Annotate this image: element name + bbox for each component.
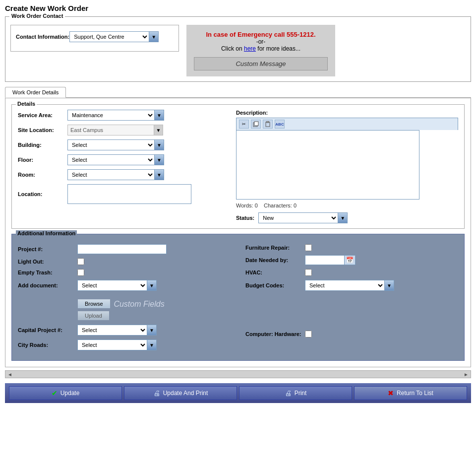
- addl-inner: Project #: Light Out: Empty Trash:: [18, 244, 458, 354]
- contact-dropdown-arrow[interactable]: ▼: [149, 31, 159, 42]
- status-arrow[interactable]: ▼: [338, 212, 348, 223]
- emergency-ideas: Click on here for more ideas...: [194, 45, 328, 52]
- return-to-list-button[interactable]: ✖ Return To List: [354, 386, 467, 400]
- project-input[interactable]: [77, 244, 167, 254]
- date-needed-input[interactable]: [305, 255, 345, 265]
- date-needed-row: Date Needed by: 📅: [245, 255, 458, 265]
- city-roads-select[interactable]: Select: [77, 339, 147, 350]
- addl-left: Project #: Light Out: Empty Trash:: [18, 244, 231, 354]
- contact-select[interactable]: Support, Que Centre: [69, 31, 149, 42]
- update-label: Update: [60, 390, 80, 397]
- tabs-container: Work Order Details Details Service Area:…: [5, 87, 471, 367]
- capital-project-row: Capital Project #: Select ▼: [18, 325, 231, 336]
- return-label: Return To List: [397, 390, 433, 397]
- page-title: Create New Work Order: [5, 4, 471, 12]
- emergency-ideas-pre: Click on: [221, 45, 244, 52]
- print-printer-icon: 🖨: [285, 389, 292, 397]
- hvac-checkbox[interactable]: [305, 269, 312, 276]
- emergency-text: In case of Emergency call 555-1212.: [194, 31, 328, 38]
- service-area-row: Service Area: Maintenance ▼: [18, 110, 226, 121]
- tab-work-order-details[interactable]: Work Order Details: [5, 87, 66, 98]
- calendar-icon[interactable]: 📅: [345, 255, 356, 265]
- capital-project-select-wrap: Select ▼: [77, 325, 157, 336]
- city-roads-row: City Roads: Select ▼: [18, 339, 231, 350]
- floor-select[interactable]: Select: [67, 154, 154, 165]
- work-order-contact-section: Work Order Contact Contact Information: …: [5, 16, 471, 82]
- capital-project-arrow[interactable]: ▼: [147, 325, 157, 336]
- service-area-select[interactable]: Maintenance: [67, 110, 154, 121]
- capital-project-select[interactable]: Select: [77, 325, 147, 336]
- tab-bar: Work Order Details: [5, 87, 471, 98]
- custom-message-button[interactable]: Custom Message: [194, 57, 328, 70]
- hvac-label: HVAC:: [245, 270, 305, 275]
- budget-codes-select-wrap: Select ▼: [305, 280, 394, 291]
- emergency-or: -or-: [194, 38, 328, 45]
- copy-icon[interactable]: [251, 120, 261, 129]
- empty-trash-label: Empty Trash:: [18, 270, 77, 275]
- contact-box: Contact Information: Support, Que Centre…: [10, 25, 179, 52]
- description-textarea[interactable]: [236, 130, 419, 200]
- browse-button[interactable]: Browse: [77, 299, 111, 309]
- page-wrapper: Create New Work Order Work Order Contact…: [0, 0, 476, 474]
- room-select[interactable]: Select: [67, 169, 154, 180]
- site-location-input[interactable]: [67, 125, 154, 135]
- upload-button[interactable]: Upload: [77, 311, 110, 321]
- contact-info-row: Contact Information: Support, Que Centre…: [16, 31, 174, 42]
- empty-trash-row: Empty Trash:: [18, 269, 231, 276]
- city-roads-select-wrap: Select ▼: [77, 339, 157, 350]
- update-print-button[interactable]: 🖨 Update And Print: [124, 386, 237, 400]
- furniture-repair-checkbox[interactable]: [305, 244, 312, 251]
- update-button[interactable]: ✔ Update: [9, 386, 122, 400]
- words-label: Words:: [236, 203, 253, 208]
- site-location-row: Site Location: ▼: [18, 125, 226, 135]
- budget-codes-arrow[interactable]: ▼: [384, 280, 394, 291]
- light-out-checkbox[interactable]: [77, 258, 84, 265]
- scrollbar-hint: ◄ ►: [5, 370, 471, 378]
- location-textarea[interactable]: [67, 184, 191, 204]
- city-roads-label: City Roads:: [18, 342, 77, 348]
- floor-select-wrap: Select ▼: [67, 154, 164, 165]
- floor-arrow[interactable]: ▼: [154, 154, 164, 165]
- scissors-icon[interactable]: ✂: [239, 120, 249, 129]
- add-document-select[interactable]: Select: [77, 280, 147, 291]
- building-select[interactable]: Select: [67, 139, 154, 150]
- scroll-left-arrow[interactable]: ◄: [7, 372, 12, 377]
- addl-right: Furniture Repair: Date Needed by: 📅 HVAC…: [245, 244, 458, 354]
- computer-hardware-checkbox[interactable]: [305, 331, 312, 338]
- details-inner: Service Area: Maintenance ▼ Site Locatio…: [18, 110, 458, 223]
- add-document-arrow[interactable]: ▼: [147, 280, 157, 291]
- building-select-wrap: Select ▼: [67, 139, 164, 150]
- add-document-label: Add document:: [18, 282, 77, 288]
- service-area-arrow[interactable]: ▼: [154, 110, 164, 121]
- add-document-select-wrap: Select ▼: [77, 280, 157, 291]
- date-needed-label: Date Needed by:: [245, 257, 305, 263]
- room-select-wrap: Select ▼: [67, 169, 164, 180]
- floor-row: Floor: Select ▼: [18, 154, 226, 165]
- budget-codes-select[interactable]: Select: [305, 280, 384, 291]
- floor-label: Floor:: [18, 157, 67, 163]
- spellcheck-icon[interactable]: ABC: [275, 120, 285, 129]
- status-label: Status:: [236, 215, 254, 221]
- status-select[interactable]: New Open Closed: [258, 212, 338, 223]
- status-select-wrap: New Open Closed ▼: [258, 212, 348, 223]
- project-label: Project #:: [18, 246, 77, 252]
- word-count-row: Words: 0 Characters: 0: [236, 203, 458, 208]
- description-toolbar: ✂ ABC: [236, 118, 458, 130]
- city-roads-arrow[interactable]: ▼: [147, 339, 157, 350]
- print-button[interactable]: 🖨 Print: [239, 386, 352, 400]
- scroll-right-arrow[interactable]: ►: [464, 372, 469, 377]
- room-row: Room: Select ▼: [18, 169, 226, 180]
- return-x-icon: ✖: [388, 389, 394, 397]
- emergency-here-link[interactable]: here: [244, 45, 256, 52]
- empty-trash-checkbox[interactable]: [77, 269, 84, 276]
- print-label: Print: [295, 390, 307, 397]
- building-row: Building: Select ▼: [18, 139, 226, 150]
- site-location-arrow[interactable]: ▼: [154, 125, 163, 135]
- paste-icon[interactable]: [263, 120, 273, 129]
- room-arrow[interactable]: ▼: [154, 169, 164, 180]
- words-count: 0: [255, 203, 258, 208]
- building-arrow[interactable]: ▼: [154, 139, 164, 150]
- building-label: Building:: [18, 142, 67, 148]
- hvac-row: HVAC:: [245, 269, 458, 276]
- location-row: Location:: [18, 184, 226, 204]
